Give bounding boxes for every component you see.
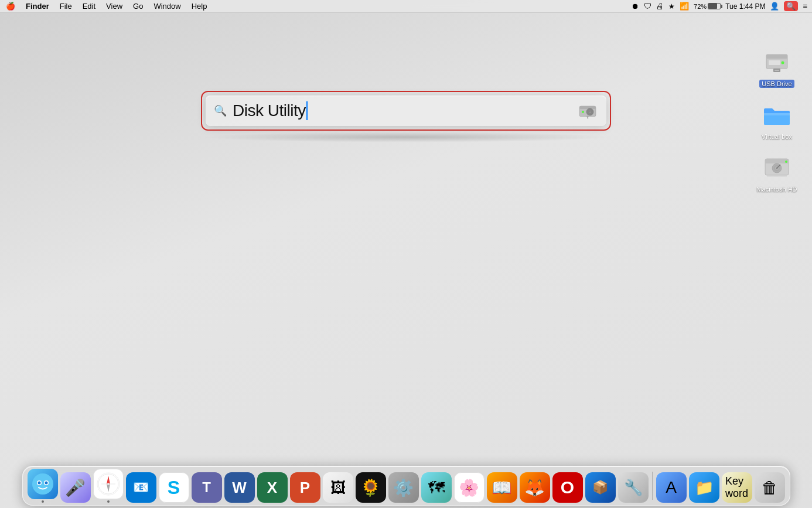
vpn-icon[interactable]: 🛡 <box>644 2 651 11</box>
dock-item-preview[interactable]: 🖼 <box>323 472 353 503</box>
dock-item-finder[interactable] <box>28 469 58 503</box>
menubar-go[interactable]: Go <box>132 2 144 11</box>
opera-glyph: O <box>561 478 574 497</box>
sunflower-glyph: 🌻 <box>360 478 381 497</box>
spotlight-search-text: Disk Utility <box>233 101 306 120</box>
photos-glyph: 🌸 <box>459 478 479 497</box>
dock-item-books[interactable]: 📖 <box>487 472 517 503</box>
menubar-view[interactable]: View <box>105 2 124 11</box>
dock-item-siri[interactable]: 🎤 <box>60 472 91 503</box>
excel-icon: X <box>257 472 288 503</box>
svg-point-5 <box>582 111 584 113</box>
macintosh-hd-label: Macintosh HD <box>754 185 799 193</box>
desktop-icon-macintosh-hd[interactable]: Macintosh HD <box>753 152 800 193</box>
dock-item-word[interactable]: W <box>224 472 255 503</box>
user-icon[interactable]: 👤 <box>770 2 779 11</box>
usb-drive-svg <box>763 50 791 74</box>
spotlight-cursor <box>306 101 308 120</box>
tools-icon: 🔧 <box>618 472 649 503</box>
teams-glyph: T <box>202 479 211 496</box>
maps-icon: 🗺 <box>421 472 452 503</box>
excel-glyph: X <box>267 479 277 497</box>
dock: 🎤 📧 <box>22 466 790 506</box>
dock-item-virtualbox-dock[interactable]: 📦 <box>585 472 616 503</box>
dock-item-powerpoint[interactable]: P <box>290 472 320 503</box>
dock-item-opera[interactable]: O <box>552 472 583 503</box>
print-icon[interactable]: 🖨 <box>656 2 664 11</box>
dock-item-photos[interactable]: 🌸 <box>454 472 485 503</box>
menubar-left: 🍎 Finder File Edit View Go Window Help <box>5 2 208 11</box>
dock-item-safari[interactable] <box>93 469 124 503</box>
word-icon: W <box>224 472 255 503</box>
wifi-icon[interactable]: 📶 <box>680 2 689 11</box>
keywords-glyph: Keyword <box>725 475 748 500</box>
skype-glyph: S <box>168 477 180 499</box>
svg-rect-9 <box>769 60 780 65</box>
dock-item-keywords[interactable]: Keyword <box>722 472 752 503</box>
spotlight-input-area: Disk Utility <box>233 101 572 120</box>
screen-record-icon[interactable]: ⏺ <box>632 2 639 11</box>
menubar-time: Tue 1:44 PM <box>725 2 765 11</box>
photos-icon: 🌸 <box>454 472 485 503</box>
spotlight-icon[interactable]: 🔍 <box>784 1 798 11</box>
dock-item-app-folder[interactable]: A <box>656 472 687 503</box>
outlook-glyph: 📧 <box>133 480 149 495</box>
safari-icon <box>93 469 124 499</box>
spotlight-shadow <box>201 132 611 142</box>
virtualbox-glyph: 📦 <box>592 480 608 495</box>
dock-item-maps[interactable]: 🗺 <box>421 472 452 503</box>
virtualbox-label: Virtual box <box>759 132 794 141</box>
apple-menu[interactable]: 🍎 <box>5 2 16 11</box>
books-icon: 📖 <box>487 472 517 503</box>
dock-item-firefox[interactable]: 🦊 <box>520 472 550 503</box>
outlook-icon: 📧 <box>126 472 156 503</box>
usb-drive-image <box>762 47 792 77</box>
svg-point-26 <box>37 482 40 485</box>
dock-item-sunflower[interactable]: 🌻 <box>356 472 386 503</box>
dock-separator <box>652 472 653 500</box>
app-folder-glyph: A <box>666 478 677 497</box>
control-center-icon[interactable]: ≡ <box>803 2 807 11</box>
siri-glyph: 🎤 <box>65 478 86 497</box>
dock-item-system-prefs[interactable]: ⚙️ <box>388 472 419 503</box>
dock-item-trash[interactable]: 🗑 <box>755 472 785 503</box>
virtualbox-folder-svg <box>762 103 792 127</box>
svg-rect-8 <box>766 54 787 59</box>
desktop-icon-virtualbox[interactable]: Virtual box <box>753 100 800 141</box>
menubar-help[interactable]: Help <box>190 2 209 11</box>
macintosh-hd-image <box>762 152 792 183</box>
safari-svg <box>97 472 120 496</box>
virtualbox-dock-icon: 📦 <box>585 472 616 503</box>
dock-item-outlook[interactable]: 📧 <box>126 472 156 503</box>
menubar-file[interactable]: File <box>59 2 73 11</box>
battery-fill <box>708 4 717 9</box>
dock-item-tools[interactable]: 🔧 <box>618 472 649 503</box>
word-glyph: W <box>232 479 247 497</box>
dock-item-skype[interactable]: S <box>159 472 189 503</box>
menubar-finder[interactable]: Finder <box>25 2 50 11</box>
spotlight-border: 🔍 Disk Utility ⚕ <box>201 91 611 131</box>
menubar-window[interactable]: Window <box>152 2 182 11</box>
dock-item-teams[interactable]: T <box>192 472 222 503</box>
spotlight-search-icon: 🔍 <box>214 104 227 117</box>
doc-folder-icon: 📁 <box>689 472 719 503</box>
dock-item-doc-folder[interactable]: 📁 <box>689 472 719 503</box>
menubar: 🍎 Finder File Edit View Go Window Help ⏺… <box>0 0 812 13</box>
dock-item-excel[interactable]: X <box>257 472 288 503</box>
menubar-right: ⏺ 🛡 🖨 ★ 📶 72% Tue 1:44 PM 👤 🔍 ≡ <box>632 1 807 11</box>
dock-container: 🎤 📧 <box>0 466 812 508</box>
usb-drive-label: USB Drive <box>759 80 794 88</box>
svg-point-4 <box>589 111 591 112</box>
skype-icon: S <box>159 472 189 503</box>
menubar-edit[interactable]: Edit <box>81 2 97 11</box>
bluetooth-icon[interactable]: ★ <box>668 2 675 11</box>
powerpoint-icon: P <box>290 472 320 503</box>
books-glyph: 📖 <box>492 478 512 497</box>
spotlight-search-box[interactable]: 🔍 Disk Utility ⚕ <box>206 96 606 126</box>
desktop-icon-usb-drive[interactable]: USB Drive <box>753 47 800 88</box>
macintosh-hd-svg <box>763 155 791 180</box>
safari-dot <box>107 500 110 503</box>
svg-rect-1 <box>579 106 596 109</box>
siri-icon: 🎤 <box>60 472 91 503</box>
finder-icon <box>28 469 58 499</box>
